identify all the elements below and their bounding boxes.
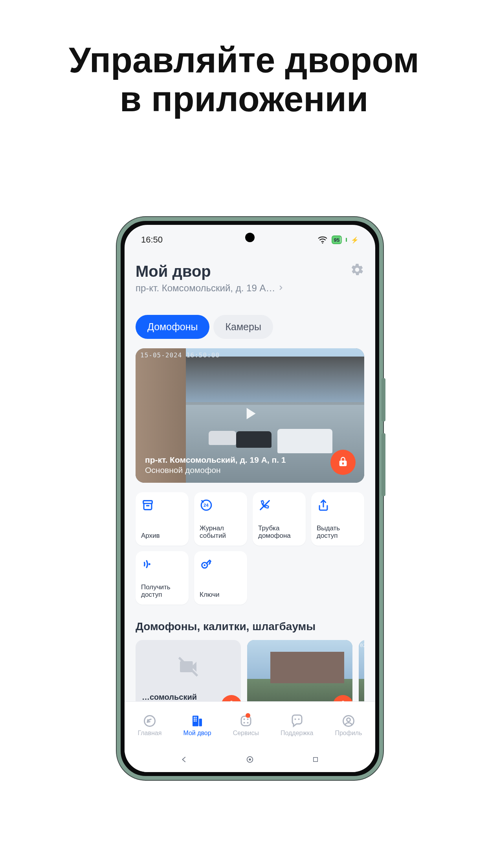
camera-address: пр-кт. Комсомольский, д. 19 А, п. 1 <box>145 455 317 465</box>
section-title: Домофоны, калитки, шлагбаумы <box>136 620 364 633</box>
nav-label: Поддержка <box>281 730 313 737</box>
svg-rect-16 <box>194 720 195 721</box>
phone-side-button <box>382 378 385 421</box>
sys-back-icon[interactable] <box>178 754 190 765</box>
action-label: Трубка домофона <box>258 524 300 539</box>
svg-text:24: 24 <box>204 503 209 508</box>
sys-home-icon[interactable] <box>244 754 256 765</box>
camera-bg <box>277 429 332 453</box>
camera-timestamp: 024 18 <box>360 642 364 648</box>
main-content[interactable]: Мой двор пр-кт. Комсомольский, д. 19 А… … <box>125 252 375 701</box>
action-archive[interactable]: Архив <box>136 492 189 546</box>
svg-point-20 <box>247 718 248 720</box>
svg-point-7 <box>204 565 205 566</box>
nav-home[interactable]: Главная <box>138 714 162 737</box>
action-grant-access[interactable]: Выдать доступ <box>311 492 364 546</box>
system-nav <box>125 747 375 772</box>
gate-card[interactable]: 024 18 …со <box>359 640 364 701</box>
phone-side-button <box>382 433 385 496</box>
battery-pct: 95 <box>334 237 339 243</box>
nav-profile[interactable]: Профиль <box>335 714 362 737</box>
svg-rect-18 <box>241 716 251 726</box>
promo-line2: в приложении <box>0 80 488 119</box>
battery-cap <box>346 238 347 242</box>
camera-off-icon <box>177 656 199 679</box>
svg-point-24 <box>298 718 299 720</box>
svg-rect-11 <box>199 719 202 726</box>
notification-badge <box>246 713 250 718</box>
promo-line1: Управляйте двором <box>0 41 488 80</box>
tab-cameras[interactable]: Камеры <box>213 315 273 339</box>
camera-timestamp: 15-05-2024 16:50:00 <box>140 351 220 359</box>
lock-icon <box>339 700 347 701</box>
svg-rect-13 <box>196 717 197 718</box>
action-get-access[interactable]: Получить доступ <box>136 551 189 605</box>
battery-icon: 95 <box>332 235 342 244</box>
camera-bg <box>236 431 272 448</box>
svg-rect-1 <box>143 501 152 504</box>
play-icon[interactable] <box>240 404 260 423</box>
status-time: 16:50 <box>141 235 163 245</box>
wifi-icon <box>317 236 328 244</box>
svg-point-0 <box>322 243 323 244</box>
action-keys[interactable]: Ключи <box>194 551 247 605</box>
gate-card[interactable]: …сомольский <box>247 640 352 701</box>
key-icon <box>200 557 213 571</box>
nav-services[interactable]: Сервисы <box>233 714 259 737</box>
handset-off-icon <box>258 498 272 512</box>
chevron-right-icon <box>277 283 284 294</box>
svg-point-9 <box>144 715 155 726</box>
sys-recent-icon[interactable] <box>310 754 321 765</box>
nav-label: Сервисы <box>233 730 259 737</box>
camera-bg <box>177 357 364 405</box>
archive-icon <box>141 498 154 512</box>
svg-rect-12 <box>194 717 195 718</box>
bottom-nav: Главная Мой двор Сервисы Поддержка Профи… <box>125 701 375 747</box>
camera-bg <box>209 431 236 445</box>
view-tabs: Домофоны Камеры <box>136 315 364 339</box>
svg-rect-14 <box>194 719 195 720</box>
lock-icon <box>338 456 349 469</box>
tab-intercoms[interactable]: Домофоны <box>136 315 209 339</box>
address-text: пр-кт. Комсомольский, д. 19 А… <box>136 283 275 294</box>
gates-list[interactable]: …сомольский д. 19 А …сомольский <box>136 640 364 701</box>
svg-rect-15 <box>196 719 197 720</box>
signal-icon <box>141 557 154 571</box>
charging-icon: ⚡ <box>351 236 359 244</box>
action-handset[interactable]: Трубка домофона <box>253 492 306 546</box>
svg-point-28 <box>249 758 251 761</box>
action-label: Выдать доступ <box>317 524 359 539</box>
svg-point-22 <box>247 722 248 723</box>
address-selector[interactable]: пр-кт. Комсомольский, д. 19 А… <box>136 283 284 294</box>
svg-point-19 <box>243 718 245 720</box>
unlock-button[interactable] <box>221 695 241 701</box>
page-title: Мой двор <box>136 263 284 280</box>
phone-screen: 16:50 95 ⚡ Мой двор пр- <box>125 225 375 772</box>
gate-card[interactable]: …сомольский д. 19 А <box>136 640 241 701</box>
nav-yard[interactable]: Мой двор <box>183 714 211 737</box>
action-label: Журнал событий <box>200 524 242 539</box>
nav-label: Мой двор <box>183 730 211 737</box>
svg-point-21 <box>243 722 245 723</box>
gate-label: …сомольский <box>253 701 308 701</box>
camera-notch <box>245 233 255 242</box>
phone-frame: 16:50 95 ⚡ Мой двор пр- <box>117 217 383 780</box>
action-label: Ключи <box>200 591 242 598</box>
svg-rect-17 <box>196 720 197 721</box>
unlock-button[interactable] <box>330 450 356 475</box>
svg-point-26 <box>347 718 350 721</box>
gate-label: …сомольский <box>142 693 197 701</box>
svg-rect-29 <box>314 758 318 762</box>
svg-point-5 <box>149 563 150 565</box>
action-event-log[interactable]: 24 Журнал событий <box>194 492 247 546</box>
share-icon <box>317 498 330 512</box>
camera-label: Основной домофон <box>145 465 317 475</box>
action-label: Получить доступ <box>141 583 183 598</box>
svg-point-23 <box>294 718 296 720</box>
camera-bg <box>270 652 344 683</box>
camera-bg <box>359 679 364 701</box>
nav-label: Профиль <box>335 730 362 737</box>
main-camera-card[interactable]: 15-05-2024 16:50:00 пр-кт. Комсомольский… <box>136 348 364 483</box>
nav-support[interactable]: Поддержка <box>281 714 313 737</box>
settings-button[interactable] <box>350 263 364 278</box>
